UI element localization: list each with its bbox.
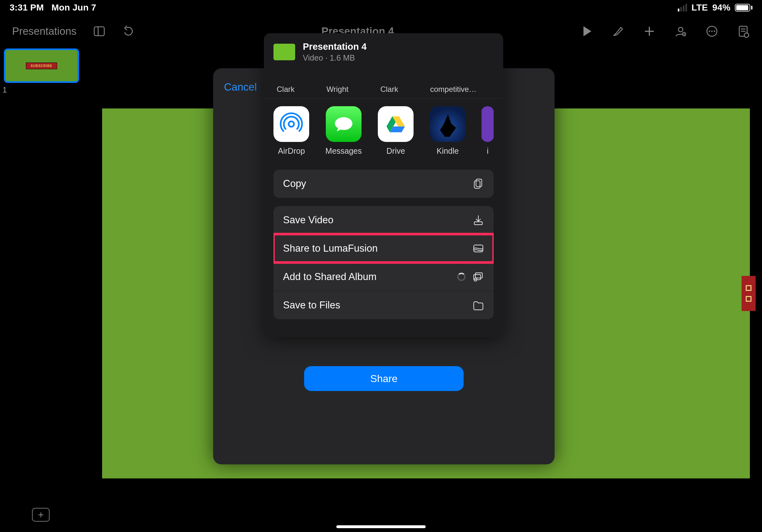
svg-point-16 <box>289 121 294 127</box>
back-button[interactable]: Presentations <box>12 25 77 37</box>
copy-icon <box>473 178 484 189</box>
svg-rect-0 <box>94 27 104 36</box>
share-sheet: Presentation 4 Video · 1.6 MB Clark Wrig… <box>264 33 503 337</box>
svg-point-10 <box>711 31 713 32</box>
action-copy[interactable]: Copy <box>273 170 494 198</box>
app-label: i <box>487 146 489 156</box>
cancel-button[interactable]: Cancel <box>224 81 257 93</box>
action-label: Copy <box>283 178 306 189</box>
network-type: LTE <box>692 3 708 13</box>
svg-rect-17 <box>476 179 482 187</box>
action-label: Share to LumaFusion <box>283 243 377 254</box>
action-label: Add to Shared Album <box>283 271 377 283</box>
share-app-partial[interactable]: i <box>482 106 494 156</box>
thumbnail-subscribe-badge: SUBSCRIBE <box>26 62 57 69</box>
action-save-video[interactable]: Save Video <box>273 206 494 234</box>
share-app-drive[interactable]: Drive <box>378 106 414 156</box>
app-icon-partial <box>482 106 494 142</box>
share-item-title: Presentation 4 <box>303 41 367 52</box>
action-save-files[interactable]: Save to Files <box>273 291 494 319</box>
share-apps-row: AirDrop Messages Drive Kindle i <box>264 99 503 166</box>
share-contacts-row[interactable]: Clark Wright Clark competitive… s <box>264 71 503 98</box>
navigator-toggle-icon[interactable] <box>93 25 106 38</box>
undo-icon[interactable] <box>122 25 135 38</box>
airdrop-icon <box>273 106 309 142</box>
home-indicator <box>336 525 426 528</box>
app-label: Drive <box>386 146 405 156</box>
status-bar: 3:31 PM Mon Jun 7 LTE 94% <box>0 0 762 15</box>
more-icon[interactable] <box>705 25 719 38</box>
svg-point-9 <box>709 31 710 32</box>
app-label: Messages <box>326 146 362 156</box>
svg-rect-22 <box>474 275 481 280</box>
kindle-icon <box>430 106 466 142</box>
action-share-lumafusion[interactable]: Share to LumaFusion <box>273 234 494 262</box>
svg-point-4 <box>678 28 683 32</box>
share-actions: Copy Save Video Share to LumaFusion Add … <box>264 166 503 337</box>
slide-number: 1 <box>3 86 7 95</box>
share-app-kindle[interactable]: Kindle <box>430 106 466 156</box>
plus-icon[interactable] <box>643 25 656 38</box>
share-button[interactable]: Share <box>304 366 464 391</box>
action-label: Save Video <box>283 214 334 226</box>
slide-navigator: SUBSCRIBE 1 <box>4 48 84 83</box>
loading-spinner-icon <box>457 273 466 281</box>
share-item-subtitle: Video · 1.6 MB <box>303 53 367 62</box>
collaborate-icon[interactable] <box>674 25 687 38</box>
add-slide-button[interactable]: + <box>32 508 50 522</box>
svg-rect-19 <box>474 222 482 225</box>
drive-icon <box>378 106 414 142</box>
share-contact[interactable]: competitive… <box>430 85 476 94</box>
svg-rect-18 <box>474 181 480 188</box>
share-contact[interactable]: Wright <box>327 85 348 94</box>
share-app-airdrop[interactable]: AirDrop <box>273 106 310 156</box>
action-add-shared-album[interactable]: Add to Shared Album <box>273 262 494 291</box>
download-icon <box>473 214 484 226</box>
app-label: AirDrop <box>278 146 305 156</box>
slide-thumbnail[interactable]: SUBSCRIBE <box>4 48 79 83</box>
battery-percent: 94% <box>712 3 730 13</box>
share-preview-thumbnail <box>273 44 295 60</box>
svg-rect-21 <box>476 273 483 278</box>
paintbrush-icon[interactable] <box>611 25 625 38</box>
status-date: Mon Jun 7 <box>51 3 96 13</box>
status-time: 3:31 PM <box>10 3 44 13</box>
share-contact[interactable]: Clark <box>380 85 398 94</box>
folder-icon <box>473 299 484 311</box>
messages-icon <box>326 106 361 142</box>
share-sheet-header: Presentation 4 Video · 1.6 MB <box>264 33 503 71</box>
cellular-signal-icon <box>678 4 687 12</box>
svg-point-11 <box>714 31 715 32</box>
action-label: Save to Files <box>283 299 340 311</box>
svg-point-15 <box>744 33 749 37</box>
canvas-subscribe-element[interactable] <box>741 276 756 311</box>
presenter-notes-icon[interactable] <box>736 25 750 38</box>
play-icon[interactable] <box>580 25 593 38</box>
share-contact[interactable]: Clark <box>277 85 294 94</box>
lumafusion-icon <box>473 243 484 254</box>
battery-icon <box>735 4 752 12</box>
shared-album-icon <box>473 271 484 283</box>
app-label: Kindle <box>436 146 459 156</box>
share-app-messages[interactable]: Messages <box>326 106 362 156</box>
